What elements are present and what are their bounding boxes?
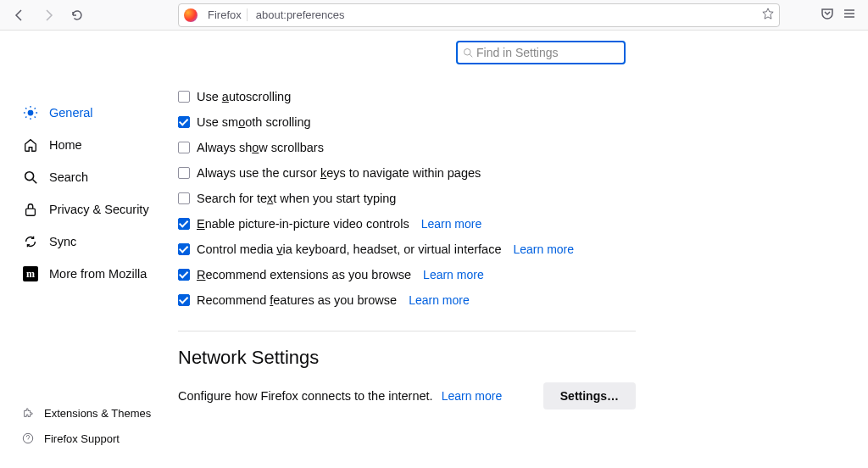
sidebar-item-label: Sync [49,235,76,248]
learn-more-link[interactable]: Learn more [423,268,484,281]
sidebar-item-label: General [49,106,93,120]
sidebar-extensions-themes[interactable]: Extensions & Themes [22,400,178,426]
checkbox[interactable] [178,243,190,255]
sidebar-firefox-support[interactable]: Firefox Support [22,426,178,451]
back-button[interactable] [7,3,32,27]
search-icon [22,170,39,185]
checkbox[interactable] [178,91,190,103]
sidebar-bottom-label: Firefox Support [44,432,120,445]
sidebar-item-label: Home [49,138,82,152]
sidebar-item-more-mozilla[interactable]: m More from Mozilla [22,258,178,290]
pref-autoscrolling[interactable]: Use autoscrolling [178,90,636,103]
pref-recommend-features[interactable]: Recommend features as you browse Learn m… [178,293,636,307]
sidebar-item-label: Privacy & Security [49,203,149,216]
learn-more-link[interactable]: Learn more [421,217,482,231]
pref-label: Search for text when you start typing [197,192,396,205]
puzzle-icon [22,407,36,419]
lock-icon [22,202,39,217]
app-menu-icon[interactable] [843,7,856,23]
checkbox[interactable] [178,269,190,281]
toolbar-overflow [821,7,861,23]
pref-label: Use smooth scrolling [197,115,311,129]
sidebar-item-sync[interactable]: Sync [22,226,178,258]
pref-label: Always use the cursor keys to navigate w… [197,166,481,180]
settings-search-input[interactable]: Find in Settings [456,41,626,64]
svg-point-0 [28,110,32,114]
learn-more-link[interactable]: Learn more [442,389,503,403]
network-settings-button[interactable]: Settings… [543,382,636,410]
checkbox[interactable] [178,142,190,153]
svg-point-4 [465,49,471,56]
forward-button[interactable] [36,3,61,27]
pref-picture-in-picture[interactable]: Enable picture-in-picture video controls… [178,217,636,231]
url-text: about:preferences [256,8,757,21]
browser-toolbar: Firefox about:preferences [0,0,868,31]
preferences-main: Find in Settings Use autoscrolling Use s… [178,31,868,468]
gear-icon [22,105,39,120]
checkbox[interactable] [178,218,190,230]
pref-label: Recommend features as you browse [197,293,397,307]
svg-rect-2 [26,209,36,215]
pref-smooth-scrolling[interactable]: Use smooth scrolling [178,115,636,129]
home-icon [22,137,39,153]
learn-more-link[interactable]: Learn more [513,242,574,256]
reload-button[interactable] [64,3,90,27]
pref-label: Recommend extensions as you browse [197,268,411,281]
pref-search-typing[interactable]: Search for text when you start typing [178,192,636,205]
sync-icon [22,234,39,249]
sidebar-item-label: More from Mozilla [49,267,147,281]
preferences-sidebar: General Home Search Privacy & Security S… [0,31,178,468]
help-icon [22,432,36,444]
pref-label: Enable picture-in-picture video controls [197,217,409,231]
pref-cursor-keys[interactable]: Always use the cursor keys to navigate w… [178,166,636,180]
url-bar[interactable]: Firefox about:preferences [178,3,780,27]
checkbox[interactable] [178,294,190,306]
pocket-icon[interactable] [821,7,834,23]
pref-media-keys[interactable]: Control media via keyboard, headset, or … [178,242,636,256]
sidebar-item-home[interactable]: Home [22,129,178,161]
settings-search-placeholder: Find in Settings [476,46,559,59]
pref-label: Control media via keyboard, headset, or … [197,242,501,256]
sidebar-item-search[interactable]: Search [22,161,178,193]
network-settings-heading: Network Settings [178,347,636,369]
sidebar-item-general[interactable]: General [22,97,178,129]
identity-label: Firefox [203,8,248,21]
bookmark-star-icon[interactable] [762,8,774,22]
mozilla-icon: m [22,266,39,281]
sidebar-item-label: Search [49,170,88,184]
sidebar-item-privacy[interactable]: Privacy & Security [22,193,178,226]
checkbox[interactable] [178,192,190,204]
sidebar-bottom-label: Extensions & Themes [44,407,151,420]
network-settings-desc: Configure how Firefox connects to the in… [178,389,502,403]
pref-show-scrollbars[interactable]: Always show scrollbars [178,141,636,154]
pref-recommend-extensions[interactable]: Recommend extensions as you browse Learn… [178,268,636,281]
learn-more-link[interactable]: Learn more [409,293,470,307]
checkbox[interactable] [178,167,190,179]
checkbox[interactable] [178,116,190,128]
pref-label: Use autoscrolling [197,90,291,103]
firefox-logo-icon [184,8,198,22]
section-divider [178,331,636,332]
svg-point-1 [25,172,34,181]
pref-label: Always show scrollbars [197,141,324,154]
